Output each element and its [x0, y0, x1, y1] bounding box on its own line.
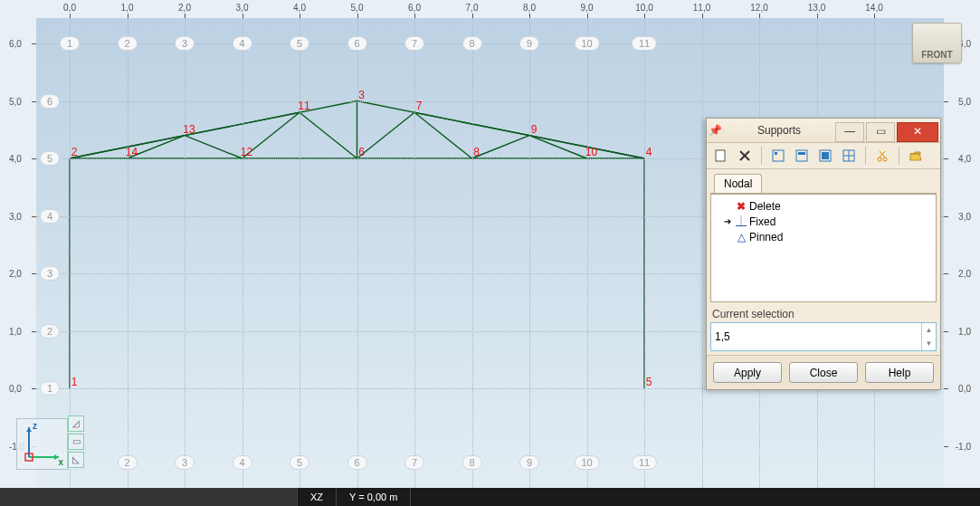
delete-icon: ✖ — [737, 200, 746, 213]
svg-line-15 — [414, 112, 472, 158]
axis-pill-h-11[interactable]: 11 — [632, 455, 657, 470]
axis-pill-h-6[interactable]: 6 — [347, 455, 366, 470]
svg-rect-29 — [798, 152, 805, 155]
support-item-pinned[interactable]: △Pinned — [715, 229, 932, 244]
toolbar-delete-icon[interactable] — [736, 147, 754, 165]
tab-nodal[interactable]: Nodal — [714, 174, 762, 193]
axis-pill-h-10[interactable]: 10 — [574, 36, 599, 51]
axis-pill-h-9[interactable]: 9 — [519, 36, 539, 51]
dialog-titlebar[interactable]: 📌 Supports — ▭ ✕ — [707, 119, 940, 143]
current-selection-input[interactable] — [711, 323, 921, 350]
minimize-button[interactable]: — — [835, 122, 864, 142]
support-list[interactable]: ✖Delete➔⏊Fixed△Pinned — [710, 194, 937, 302]
axis-gizmo[interactable]: x z — [16, 418, 68, 470]
pin-icon[interactable]: 📌 — [707, 124, 723, 137]
axis-pill-h-2[interactable]: 2 — [117, 36, 137, 51]
view-side-tools[interactable]: ◿ ▭ ◺ — [68, 415, 84, 470]
side-tool-1-icon[interactable]: ◿ — [68, 415, 84, 432]
svg-point-36 — [883, 158, 887, 161]
status-plane: XZ — [298, 488, 337, 506]
toolbar-view4-icon[interactable] — [840, 147, 858, 165]
svg-line-6 — [300, 112, 357, 158]
axis-pill-v-2[interactable]: 2 — [40, 324, 60, 339]
svg-rect-28 — [796, 150, 807, 161]
axis-pill-v-3[interactable]: 3 — [40, 266, 60, 281]
fixed-icon: ⏊ — [737, 215, 746, 228]
supports-dialog: 📌 Supports — ▭ ✕ Nodal ✖Delete — [706, 118, 941, 390]
axis-pill-h-3[interactable]: 3 — [175, 455, 195, 470]
ruler-right: -1,00,01,02,03,04,05,06,0 — [944, 0, 980, 506]
axis-pill-h-11[interactable]: 11 — [632, 36, 657, 51]
svg-point-35 — [878, 158, 881, 161]
axis-pill-h-3[interactable]: 3 — [175, 36, 195, 51]
dialog-title: Supports — [723, 124, 835, 137]
axis-label-z: z — [33, 421, 37, 431]
axis-pill-h-7[interactable]: 7 — [404, 36, 424, 51]
help-button[interactable]: Help — [865, 362, 934, 383]
toolbar-cut-icon[interactable] — [873, 147, 891, 165]
svg-rect-23 — [716, 150, 725, 161]
toolbar-view2-icon[interactable] — [793, 147, 811, 165]
ruler-top: -1,00,01,02,03,04,05,06,07,08,09,010,011… — [0, 0, 980, 18]
dialog-close-button[interactable]: Close — [789, 362, 858, 383]
status-bar: XZ Y = 0,00 m — [0, 488, 980, 506]
toolbar-view3-icon[interactable] — [816, 147, 834, 165]
axis-label-x: x — [58, 457, 63, 467]
axis-pill-h-10[interactable]: 10 — [574, 455, 599, 470]
current-selection-label: Current selection — [712, 308, 935, 320]
toolbar-view1-icon[interactable] — [769, 147, 787, 165]
axis-pill-v-4[interactable]: 4 — [40, 209, 60, 224]
support-item-fixed[interactable]: ➔⏊Fixed — [715, 214, 932, 229]
view-cube-front[interactable]: FRONT — [912, 23, 962, 63]
svg-rect-27 — [775, 152, 777, 155]
side-tool-3-icon[interactable]: ◺ — [68, 452, 84, 468]
apply-button[interactable]: Apply — [713, 362, 782, 383]
svg-line-17 — [529, 136, 587, 158]
svg-rect-26 — [773, 150, 784, 161]
side-tool-2-icon[interactable]: ▭ — [68, 434, 84, 450]
svg-line-13 — [472, 136, 530, 158]
axis-pill-h-1[interactable]: 1 — [60, 36, 80, 51]
pinned-icon: △ — [737, 231, 746, 243]
dialog-toolbar — [707, 143, 940, 169]
axis-pill-h-4[interactable]: 4 — [232, 455, 252, 470]
svg-line-9 — [185, 136, 243, 158]
svg-line-11 — [243, 112, 300, 158]
axis-pill-h-7[interactable]: 7 — [404, 455, 424, 470]
selection-spinner[interactable]: ▲▼ — [921, 323, 936, 350]
axis-pill-v-5[interactable]: 5 — [40, 151, 60, 166]
viewport: -1,00,01,02,03,04,05,06,07,08,09,010,011… — [0, 0, 980, 506]
support-item-label: Delete — [749, 200, 781, 213]
close-button[interactable]: ✕ — [897, 122, 938, 142]
svg-line-7 — [357, 112, 415, 158]
svg-marker-21 — [26, 427, 32, 432]
axis-pill-v-6[interactable]: 6 — [40, 94, 60, 109]
support-item-delete[interactable]: ✖Delete — [715, 198, 932, 214]
svg-rect-31 — [822, 152, 829, 159]
toolbar-open-icon[interactable] — [907, 147, 925, 165]
axis-pill-h-2[interactable]: 2 — [117, 455, 137, 470]
status-coord: Y = 0,00 m — [337, 488, 411, 506]
support-item-label: Fixed — [749, 215, 775, 228]
svg-line-16 — [128, 136, 186, 158]
maximize-button[interactable]: ▭ — [866, 122, 895, 142]
axis-pill-v-1[interactable]: 1 — [40, 381, 60, 396]
axis-pill-h-6[interactable]: 6 — [347, 36, 366, 51]
dialog-tabs: Nodal — [710, 173, 937, 194]
axis-pill-h-5[interactable]: 5 — [290, 36, 309, 51]
axis-pill-h-8[interactable]: 8 — [461, 36, 481, 51]
axis-pill-h-9[interactable]: 9 — [519, 455, 539, 470]
support-item-label: Pinned — [749, 231, 783, 243]
axis-pill-h-5[interactable]: 5 — [290, 455, 309, 470]
axis-pill-h-4[interactable]: 4 — [232, 36, 252, 51]
axis-pill-h-8[interactable]: 8 — [461, 455, 481, 470]
toolbar-new-icon[interactable] — [712, 147, 730, 165]
